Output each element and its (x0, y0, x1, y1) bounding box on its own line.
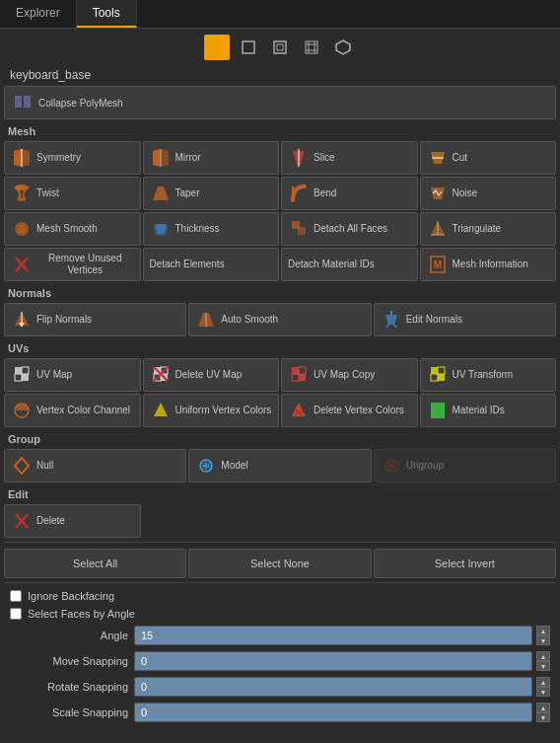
delete-vertex-colors-label: Delete Vertex Colors (314, 405, 404, 416)
symmetry-button[interactable]: Symmetry (4, 141, 141, 175)
svg-rect-50 (22, 367, 29, 374)
remove-unused-icon (11, 254, 33, 275)
svg-rect-60 (299, 367, 306, 374)
uniform-vertex-colors-button[interactable]: Uniform Vertex Colors (143, 394, 280, 427)
scale-down[interactable]: ▼ (536, 712, 550, 722)
triangulate-icon (427, 218, 449, 240)
bend-button[interactable]: Bend (281, 177, 418, 210)
detach-material-ids-button[interactable]: Detach Material IDs (281, 248, 418, 281)
angle-label: Angle (10, 630, 128, 641)
move-down[interactable]: ▼ (536, 661, 550, 671)
triangulate-label: Triangulate (453, 223, 502, 235)
uv-map-button[interactable]: UV Map (4, 358, 141, 392)
uv-map-icon (11, 364, 33, 386)
mirror-button[interactable]: Mirror (143, 141, 280, 175)
mesh-information-icon: M (427, 254, 449, 275)
detach-all-faces-button[interactable]: Detach All Faces (281, 212, 418, 246)
vertex-color-channel-icon (11, 400, 33, 421)
ignore-backfacing-checkbox[interactable] (10, 590, 22, 602)
noise-button[interactable]: Noise (420, 177, 557, 210)
mesh-information-button[interactable]: M Mesh Information (420, 248, 557, 281)
toolbar (0, 29, 560, 64)
flip-normals-button[interactable]: Flip Normals (4, 303, 186, 336)
material-ids-label: Material IDs (453, 405, 505, 416)
angle-row: Angle ▲ ▼ (4, 623, 556, 648)
auto-smooth-button[interactable]: Auto Smooth (188, 303, 371, 336)
svg-rect-64 (438, 367, 445, 374)
rotate-snapping-row: Rotate Snapping ▲ ▼ (4, 674, 556, 700)
rotate-up[interactable]: ▲ (536, 677, 550, 687)
mesh-smooth-button[interactable]: Mesh Smooth (4, 212, 141, 246)
square-icon[interactable] (267, 35, 293, 60)
scale-up[interactable]: ▲ (536, 703, 550, 712)
svg-marker-30 (153, 226, 169, 236)
tab-explorer[interactable]: Explorer (0, 0, 77, 28)
angle-down[interactable]: ▼ (536, 635, 550, 645)
mesh-section-header: Mesh (4, 123, 556, 139)
select-invert-button[interactable]: Select Invert (374, 549, 556, 578)
svg-rect-72 (431, 403, 445, 418)
mesh-smooth-label: Mesh Smooth (36, 223, 98, 235)
main-panel: keyboard_base Collapse PolyMesh Mesh Sym… (0, 64, 560, 725)
tab-tools[interactable]: Tools (77, 0, 137, 28)
cut-button[interactable]: Cut (420, 141, 557, 175)
select-all-button[interactable]: Select All (4, 549, 186, 578)
taper-button[interactable]: Taper (143, 177, 280, 210)
delete-uv-map-button[interactable]: Delete UV Map (143, 358, 280, 392)
svg-marker-73 (15, 458, 29, 474)
scale-snapping-label: Scale Snapping (10, 706, 128, 718)
twist-label: Twist (36, 187, 59, 199)
noise-icon (427, 183, 449, 204)
edit-normals-button[interactable]: Edit Normals (374, 303, 556, 336)
model-button[interactable]: Model (188, 449, 371, 483)
detach-elements-button[interactable]: Detach Elements (143, 248, 280, 281)
angle-spinner: ▲ ▼ (536, 626, 550, 645)
angle-input[interactable] (134, 626, 532, 645)
svg-marker-12 (14, 149, 22, 167)
uniform-vertex-colors-label: Uniform Vertex Colors (175, 405, 272, 416)
svg-rect-62 (299, 374, 306, 381)
delete-uv-map-label: Delete UV Map (175, 369, 243, 381)
svg-rect-11 (24, 96, 31, 108)
vertex-color-channel-button[interactable]: Vertex Color Channel (4, 394, 141, 427)
select-row: Select All Select None Select Invert (4, 549, 556, 578)
remove-unused-button[interactable]: Remove Unused Vertices (4, 248, 141, 281)
twist-button[interactable]: Twist (4, 177, 141, 210)
uv-map-copy-button[interactable]: UV Map Copy (281, 358, 418, 392)
null-button[interactable]: Null (4, 449, 186, 483)
move-up[interactable]: ▲ (536, 651, 550, 661)
thickness-button[interactable]: Thickness (143, 212, 280, 246)
material-ids-button[interactable]: Material IDs (420, 394, 557, 427)
grid-icon[interactable] (299, 35, 324, 60)
transform-icon[interactable] (330, 35, 356, 60)
triangulate-button[interactable]: Triangulate (420, 212, 557, 246)
svg-rect-66 (438, 374, 445, 381)
mirror-label: Mirror (175, 152, 201, 164)
rotate-snapping-input[interactable] (134, 677, 532, 697)
edit-normals-icon (381, 309, 402, 331)
twist-icon (11, 183, 33, 204)
slice-icon (288, 147, 310, 169)
delete-vertex-colors-button[interactable]: Delete Vertex Colors (281, 394, 418, 427)
select-none-button[interactable]: Select None (188, 549, 371, 578)
svg-line-47 (386, 325, 388, 328)
collapse-polymesh-button[interactable]: Collapse PolyMesh (4, 86, 556, 119)
thickness-icon (150, 218, 172, 240)
delete-button[interactable]: Delete (4, 504, 141, 538)
edit-normals-label: Edit Normals (406, 314, 462, 326)
ungroup-button[interactable]: Ungroup (374, 449, 556, 483)
uv-transform-button[interactable]: UV Transform (420, 358, 557, 392)
slice-button[interactable]: Slice (281, 141, 418, 175)
mesh-row-1: Symmetry Mirror Slice (4, 141, 556, 175)
ungroup-icon (381, 455, 402, 477)
svg-rect-65 (431, 374, 438, 381)
scale-snapping-input[interactable] (134, 703, 532, 722)
angle-up[interactable]: ▲ (536, 626, 550, 635)
rotate-down[interactable]: ▼ (536, 687, 550, 697)
move-snapping-input[interactable] (134, 651, 532, 671)
flip-normals-label: Flip Normals (36, 314, 92, 326)
svg-rect-3 (277, 44, 283, 50)
sphere-icon[interactable] (204, 35, 230, 60)
select-faces-checkbox[interactable] (10, 608, 22, 620)
cube-icon[interactable] (236, 35, 261, 60)
